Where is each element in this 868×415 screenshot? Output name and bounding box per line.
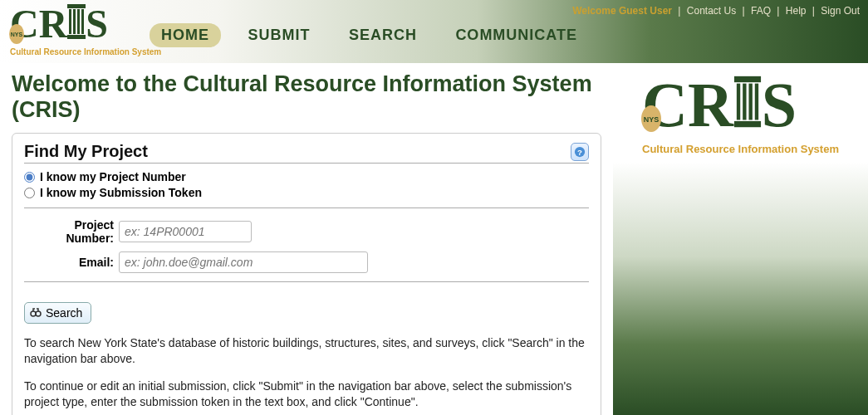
nav-search[interactable]: SEARCH <box>337 23 429 47</box>
divider <box>24 208 589 208</box>
contact-us-link[interactable]: Contact Us <box>687 5 736 17</box>
radio-project-number-label: I know my Project Number <box>40 170 186 183</box>
svg-rect-17 <box>748 84 752 120</box>
pillar-icon <box>66 2 87 46</box>
svg-rect-4 <box>73 9 76 34</box>
radio-submission-token[interactable]: I know my Submission Token <box>24 186 589 199</box>
radio-project-number-input[interactable] <box>24 172 35 183</box>
sign-out-link[interactable]: Sign Out <box>821 5 860 17</box>
header: NYS C R S Cultural Resource Information … <box>0 0 868 63</box>
nav-communicate[interactable]: COMMUNICATE <box>444 23 589 47</box>
svg-rect-14 <box>734 76 761 82</box>
svg-text:NYS: NYS <box>11 32 23 37</box>
email-input[interactable] <box>119 251 368 273</box>
nav-submit[interactable]: SUBMIT <box>236 23 321 47</box>
instruction-p2: To continue or edit an initial submissio… <box>24 378 589 410</box>
sidebar: NYS C R S Cultural Resource Informat <box>613 63 868 415</box>
divider <box>24 281 589 282</box>
svg-point-11 <box>36 311 41 316</box>
nav-home[interactable]: HOME <box>150 23 221 47</box>
top-nav: Welcome Guest User | Contact Us | FAQ | … <box>572 5 860 17</box>
instructional-text: To search New York State's database of h… <box>24 335 589 415</box>
project-number-input[interactable] <box>119 221 252 242</box>
email-label: Email: <box>24 256 114 269</box>
instruction-p1: To search New York State's database of h… <box>24 335 589 367</box>
main-nav: HOME SUBMIT SEARCH COMMUNICATE <box>150 23 601 47</box>
sidebar-nys-badge: NYS <box>639 103 664 138</box>
faq-link[interactable]: FAQ <box>751 5 771 17</box>
svg-rect-15 <box>737 84 740 120</box>
radio-submission-token-input[interactable] <box>24 188 35 198</box>
logo-text: NYS C R S <box>10 2 161 46</box>
svg-rect-3 <box>69 9 71 34</box>
logo[interactable]: NYS C R S Cultural Resource Information … <box>10 2 161 56</box>
panel-title: Find My Project <box>24 142 148 161</box>
svg-rect-7 <box>67 35 86 39</box>
svg-rect-6 <box>81 9 84 34</box>
logo-subtitle: Cultural Resource Information System <box>10 47 161 56</box>
welcome-text: Welcome Guest User <box>572 5 672 17</box>
logo-nys-badge: NYS <box>7 22 26 49</box>
radio-project-number[interactable]: I know my Project Number <box>24 170 589 183</box>
project-number-label: Project Number: <box>24 218 114 245</box>
svg-rect-18 <box>755 84 758 120</box>
page-title: Welcome to the Cultural Resource Informa… <box>12 71 601 123</box>
sidebar-subtitle: Cultural Resource Information System <box>642 143 839 155</box>
binoculars-icon <box>30 307 42 320</box>
help-link[interactable]: Help <box>786 5 807 17</box>
svg-text:?: ? <box>577 147 582 156</box>
svg-rect-19 <box>734 121 761 127</box>
help-icon: ? <box>574 146 586 158</box>
sidebar-logo: NYS C R S Cultural Resource Informat <box>642 71 839 155</box>
svg-rect-5 <box>77 9 80 34</box>
pillar-icon <box>732 71 763 138</box>
search-button-label: Search <box>46 306 82 320</box>
svg-point-10 <box>31 311 36 316</box>
main-column: Welcome to the Cultural Resource Informa… <box>0 63 613 415</box>
radio-submission-token-label: I know my Submission Token <box>40 186 202 199</box>
svg-rect-16 <box>743 84 746 120</box>
find-project-panel: Find My Project ? I know my Project Numb… <box>12 133 601 415</box>
panel-help-button[interactable]: ? <box>571 143 589 161</box>
svg-rect-2 <box>67 4 86 8</box>
svg-text:NYS: NYS <box>644 115 660 124</box>
content: Welcome to the Cultural Resource Informa… <box>0 63 868 415</box>
search-button[interactable]: Search <box>24 302 91 324</box>
